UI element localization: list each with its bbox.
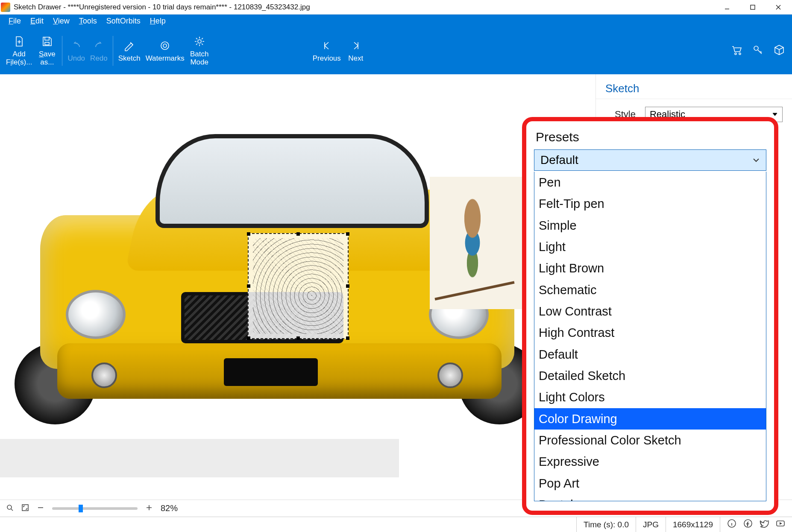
toolbar-right-icons [730,27,785,74]
presets-heading: Presets [536,130,765,144]
presets-selected: Default [540,153,578,167]
presets-combobox[interactable]: Default [534,149,766,171]
selection-rectangle[interactable] [248,233,349,339]
svg-point-7 [7,505,12,509]
app-icon [1,3,10,12]
svg-point-4 [735,53,736,55]
preset-option[interactable]: High Contrast [534,322,766,343]
info-icon[interactable] [727,519,736,530]
next-label: Next [348,55,363,63]
youtube-icon[interactable] [776,519,785,530]
menu-edit[interactable]: Edit [26,16,48,26]
save-as-label: Saveas... [39,50,56,66]
next-button[interactable]: Next [343,27,368,74]
arrow-right-icon [349,39,362,52]
status-format: JPG [636,517,666,532]
watermarks-button[interactable]: Watermarks [143,27,187,74]
svg-rect-1 [45,42,49,45]
chevron-down-icon [752,156,760,164]
undo-icon [70,39,83,52]
canvas[interactable] [0,74,595,477]
undo-label: Undo [67,55,85,63]
zoom-reset-icon[interactable] [6,504,14,513]
menubar: File Edit View Tools SoftOrbits Help [0,15,792,27]
gear-icon [193,35,206,48]
preset-option[interactable]: Expressive [534,451,766,472]
separator [62,36,62,66]
sketch-icon [123,39,136,52]
presets-popup: Presets Default PenFelt-Tip penSimpleLig… [522,117,778,515]
zoom-in-icon[interactable] [145,504,153,513]
cube-icon[interactable] [773,44,785,58]
menu-file[interactable]: File [4,16,25,26]
canvas-padding [0,439,399,477]
statusbar: Time (s): 0.0 JPG 1669x1129 [0,517,792,532]
menu-softorbits[interactable]: SoftOrbits [102,16,145,26]
add-file-icon [13,35,26,48]
svg-point-2 [161,42,169,50]
titlebar: Sketch Drawer - ****Unregistered version… [0,0,792,15]
batch-mode-label: BatchMode [190,50,208,66]
arrow-left-icon [320,39,333,52]
preset-option[interactable]: Color Drawing [534,408,766,430]
preset-option[interactable]: Light Colors [534,386,766,408]
minimize-button[interactable] [714,0,740,15]
redo-label: Redo [90,55,108,63]
svg-point-6 [754,46,758,50]
zoom-slider-thumb[interactable] [79,505,83,512]
preset-option[interactable]: Detailed Sketch [534,365,766,386]
fit-screen-icon[interactable] [21,504,29,513]
redo-icon [92,39,105,52]
preset-option[interactable]: Schematic [534,279,766,301]
menu-view[interactable]: View [49,16,74,26]
svg-rect-8 [22,505,28,511]
status-dimensions: 1669x1129 [666,517,720,532]
preset-option[interactable]: Pen [534,172,766,193]
cart-icon[interactable] [730,44,742,58]
toolbar: AddFile(s)... Saveas... Undo Redo Sketch… [0,27,792,74]
window-title: Sketch Drawer - ****Unregistered version… [14,3,714,12]
svg-point-3 [198,40,201,43]
twitter-icon[interactable] [760,519,769,530]
zoom-out-icon[interactable] [37,504,44,513]
preset-option[interactable]: Low Contrast [534,301,766,322]
preset-option[interactable]: Light Brown [534,257,766,279]
save-as-button[interactable]: Saveas... [35,27,59,74]
add-files-label: AddFile(s)... [6,50,32,66]
presets-list[interactable]: PenFelt-Tip penSimpleLightLight BrownSch… [534,172,766,501]
tab-sketch[interactable]: Sketch [596,74,792,99]
add-files-button[interactable]: AddFile(s)... [3,27,35,74]
maximize-button[interactable] [740,0,766,15]
status-time: Time (s): 0.0 [576,517,636,532]
preset-option[interactable]: Pastel [534,494,766,501]
watermark-icon [158,39,171,52]
preset-option[interactable]: Default [534,344,766,365]
preset-option[interactable]: Felt-Tip pen [534,193,766,214]
save-icon [41,35,53,48]
preview-thumbnail [430,177,524,309]
sketch-button[interactable]: Sketch [116,27,143,74]
separator [113,36,113,66]
svg-point-5 [739,53,741,55]
previous-button[interactable]: Previous [310,27,343,74]
zoom-slider[interactable] [52,507,138,510]
preset-option[interactable]: Professional Color Sketch [534,430,766,451]
preset-option[interactable]: Pop Art [534,473,766,494]
watermarks-label: Watermarks [146,55,185,63]
svg-rect-0 [751,5,755,9]
undo-button[interactable]: Undo [65,27,88,74]
previous-label: Previous [313,55,341,63]
close-button[interactable] [766,0,791,15]
menu-tools[interactable]: Tools [75,16,101,26]
zoom-percent: 82% [161,503,178,513]
key-icon[interactable] [752,44,764,58]
sketch-label: Sketch [118,55,141,63]
menu-help[interactable]: Help [146,16,170,26]
batch-mode-button[interactable]: BatchMode [187,27,212,74]
preset-option[interactable]: Simple [534,215,766,236]
redo-button[interactable]: Redo [88,27,110,74]
preset-option[interactable]: Light [534,236,766,257]
facebook-icon[interactable] [743,519,753,530]
